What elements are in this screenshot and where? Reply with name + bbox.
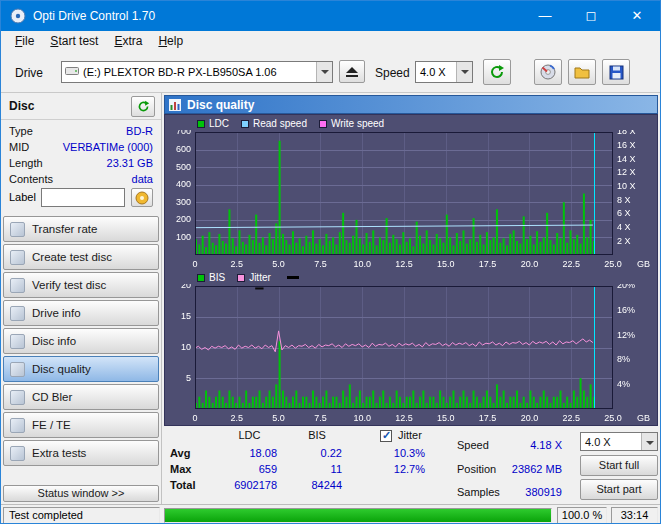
menu-start-test[interactable]: Start test xyxy=(42,31,106,52)
drive-select-value: (E:) PLEXTOR BD-R PX-LB950SA 1.06 xyxy=(79,66,316,78)
avg-row-label: Avg xyxy=(170,447,190,459)
total-ldc-value: 6902178 xyxy=(222,479,277,491)
app-icon xyxy=(10,8,26,24)
start-part-button[interactable]: Start part xyxy=(580,479,658,500)
window-title: Opti Drive Control 1.70 xyxy=(33,9,155,23)
length-label: Length xyxy=(9,157,43,169)
sidebar-item-disc-info[interactable]: Disc info xyxy=(3,328,159,354)
speed-select-bottom-value: 4.0 X xyxy=(581,436,641,448)
stats-panel: LDC BIS Jitter Avg 18.08 0.22 10.3% Max … xyxy=(162,426,661,504)
refresh-icon xyxy=(137,100,150,113)
sidebar-item-label: Extra tests xyxy=(32,447,86,459)
avg-jitter-value: 10.3% xyxy=(362,447,425,459)
panel-header: Disc quality xyxy=(164,95,658,114)
disc-info-row: MID VERBATIMe (000) xyxy=(1,140,161,156)
rescan-disc-button[interactable] xyxy=(131,96,155,117)
save-report-button[interactable] xyxy=(602,59,630,85)
menu-help[interactable]: Help xyxy=(150,31,191,52)
menubar: File Start test Extra Help xyxy=(1,31,660,52)
speed-select[interactable]: 4.0 X xyxy=(415,61,473,83)
samples-stat-value: 380919 xyxy=(502,486,562,498)
refresh-icon xyxy=(489,64,505,80)
position-stat-label: Position xyxy=(457,463,496,475)
start-full-button[interactable]: Start full xyxy=(580,455,658,476)
sidebar-item-label: Transfer rate xyxy=(32,223,97,235)
status-text: Test completed xyxy=(3,507,160,524)
max-bis-value: 11 xyxy=(292,463,342,475)
disc-info-row: Contents data xyxy=(1,172,161,188)
max-jitter-value: 12.7% xyxy=(362,463,425,475)
jitter-column-header: Jitter xyxy=(398,429,422,441)
position-stat-value: 23862 MB xyxy=(502,463,562,475)
max-row-label: Max xyxy=(170,463,191,475)
total-row-label: Total xyxy=(170,479,195,491)
label-input[interactable] xyxy=(41,188,125,207)
drive-select[interactable]: (E:) PLEXTOR BD-R PX-LB950SA 1.06 xyxy=(61,61,333,83)
sidebar-item-transfer-rate[interactable]: Transfer rate xyxy=(3,216,159,242)
contents-value: data xyxy=(132,173,153,185)
maximize-button[interactable]: ◻ xyxy=(568,1,614,31)
write-speed-swatch xyxy=(319,120,327,128)
ldc-chart-canvas xyxy=(165,130,659,271)
speed-label: Speed xyxy=(375,66,410,80)
write-label-button[interactable] xyxy=(131,188,153,207)
close-button[interactable]: ✕ xyxy=(614,1,660,31)
sidebar-item-extra-tests[interactable]: Extra tests xyxy=(3,440,159,466)
status-window-button[interactable]: Status window >> xyxy=(3,485,159,502)
save-icon xyxy=(609,65,624,80)
sidebar-item-disc-quality[interactable]: Disc quality xyxy=(3,356,159,382)
statusbar: Test completed 100.0 % 33:14 xyxy=(1,504,660,524)
samples-stat-label: Samples xyxy=(457,486,500,498)
disc-info-row: Length 23.31 GB xyxy=(1,156,161,172)
disc-section-title: Disc xyxy=(9,99,34,113)
type-label: Type xyxy=(9,125,33,137)
sidebar-item-label: Verify test disc xyxy=(32,279,106,291)
cd-bler-icon xyxy=(10,390,25,405)
minimize-button[interactable]: — xyxy=(522,1,568,31)
bis-column-header: BIS xyxy=(292,429,342,441)
open-report-button[interactable] xyxy=(568,59,596,85)
sidebar-item-label: FE / TE xyxy=(32,419,71,431)
sidebar-item-label: Disc quality xyxy=(32,363,91,375)
menu-extra[interactable]: Extra xyxy=(106,31,150,52)
refresh-button[interactable] xyxy=(483,59,511,85)
sidebar-item-drive-info[interactable]: Drive info xyxy=(3,300,159,326)
speed-select-bottom[interactable]: 4.0 X xyxy=(580,432,658,451)
panel-title: Disc quality xyxy=(187,97,254,114)
progress-percent: 100.0 % xyxy=(557,507,607,524)
erase-disc-button[interactable] xyxy=(534,59,562,85)
ldc-chart-legend: LDC Read speed Write speed xyxy=(165,117,657,130)
speed-stat-value: 4.18 X xyxy=(502,439,562,451)
drive-icon xyxy=(65,66,79,78)
ldc-swatch xyxy=(197,120,205,128)
drive-label: Drive xyxy=(15,66,43,80)
elapsed-time: 33:14 xyxy=(611,507,658,524)
jitter-checkbox[interactable] xyxy=(380,430,392,442)
menu-file[interactable]: File xyxy=(7,31,42,52)
contents-label: Contents xyxy=(9,173,53,185)
speed-select-value: 4.0 X xyxy=(416,66,456,78)
disc-icon xyxy=(540,64,556,80)
extra-tests-icon xyxy=(10,446,25,461)
total-bis-value: 84244 xyxy=(292,479,342,491)
legend-label: LDC xyxy=(209,118,229,129)
jitter-chart-canvas xyxy=(165,284,659,425)
label-label: Label xyxy=(9,191,36,203)
sidebar-item-create-test-disc[interactable]: Create test disc xyxy=(3,244,159,270)
type-value: BD-R xyxy=(126,125,153,137)
avg-bis-value: 0.22 xyxy=(292,447,342,459)
jitter-chart-legend: BIS Jitter xyxy=(165,271,657,284)
sidebar-item-fe-te[interactable]: FE / TE xyxy=(3,412,159,438)
disc-info-row: Type BD-R xyxy=(1,124,161,140)
length-value: 23.31 GB xyxy=(107,157,153,169)
legend-label: Jitter xyxy=(249,272,271,283)
sidebar-item-verify-test-disc[interactable]: Verify test disc xyxy=(3,272,159,298)
legend-label: BIS xyxy=(209,272,225,283)
chevron-down-icon xyxy=(641,433,657,450)
bis-swatch xyxy=(197,274,205,282)
sidebar-item-label: Drive info xyxy=(32,307,81,319)
eject-button[interactable] xyxy=(339,60,365,83)
progress-fill xyxy=(165,509,551,522)
sidebar-item-cd-bler[interactable]: CD Bler xyxy=(3,384,159,410)
chart-area: LDC Read speed Write speed BIS Jitter xyxy=(164,114,658,426)
